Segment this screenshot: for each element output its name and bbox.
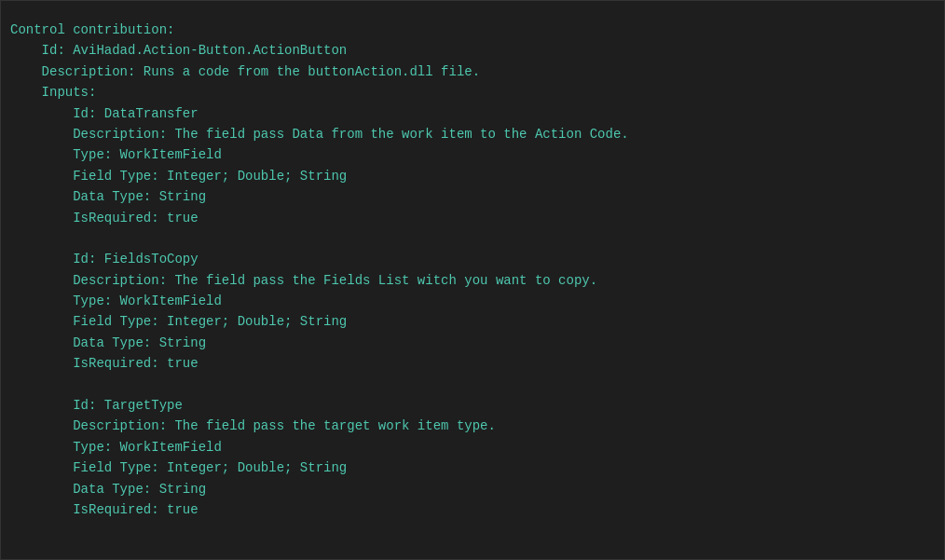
code-line: Description: The field pass the target w… (10, 416, 925, 436)
code-line: Control contribution: (10, 20, 925, 40)
code-line: IsRequired: true (10, 208, 925, 228)
code-line: Type: WorkItemField (10, 437, 925, 458)
code-line: Id: AviHadad.Action-Button.ActionButton (10, 40, 925, 61)
code-line: Data Type: String (10, 186, 925, 207)
code-line: IsRequired: true (10, 499, 925, 520)
code-line: IsRequired: true (10, 353, 925, 374)
code-line: Description: Runs a code from the button… (10, 61, 925, 82)
code-line: Id: DataTransfer (10, 103, 925, 124)
code-line: Field Type: Integer; Double; String (10, 458, 925, 478)
code-line: Id: FieldsToCopy (10, 249, 925, 269)
code-line: Data Type: String (10, 333, 925, 353)
code-container: Control contribution: Id: AviHadad.Actio… (0, 0, 945, 560)
code-line: Type: WorkItemField (10, 144, 925, 165)
code-line: Data Type: String (10, 479, 925, 499)
code-line: Inputs: (10, 82, 925, 102)
code-content: Control contribution: Id: AviHadad.Actio… (10, 20, 925, 540)
code-line: Type: WorkItemField (10, 291, 925, 311)
code-line: Field Type: Integer; Double; String (10, 166, 925, 186)
code-line: Description: The field pass Data from th… (10, 124, 925, 144)
empty-line (10, 228, 925, 249)
code-line: Id: TargetType (10, 395, 925, 416)
empty-line (10, 375, 925, 395)
code-line: Description: The field pass the Fields L… (10, 270, 925, 291)
code-line: Field Type: Integer; Double; String (10, 311, 925, 332)
